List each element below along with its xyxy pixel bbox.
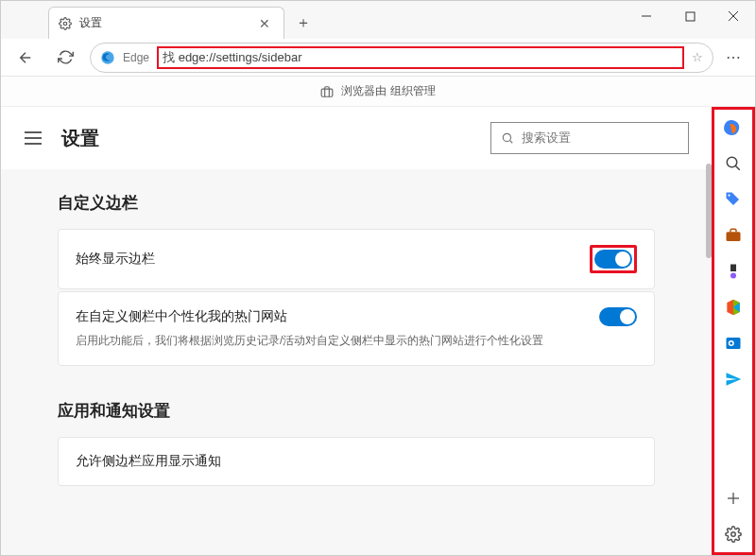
org-managed-text: 浏览器由 组织管理	[341, 83, 435, 99]
search-input[interactable]: 搜索设置	[490, 122, 689, 154]
search-icon	[501, 131, 514, 145]
add-sidebar-button[interactable]	[721, 486, 746, 511]
titlebar: 设置 ✕ ＋	[1, 1, 755, 39]
briefcase-sidebar-icon[interactable]	[721, 223, 746, 248]
close-tab-button[interactable]: ✕	[255, 14, 274, 33]
page-title: 设置	[61, 126, 99, 151]
section-title: 应用和通知设置	[58, 400, 655, 422]
browser-tab[interactable]: 设置 ✕	[48, 7, 284, 39]
window-controls	[625, 1, 755, 31]
svg-point-0	[63, 22, 67, 26]
edge-logo-icon	[100, 50, 115, 65]
gear-icon	[59, 17, 72, 30]
search-placeholder: 搜索设置	[522, 130, 571, 147]
toggle-always-show[interactable]	[594, 250, 632, 269]
briefcase-icon	[320, 85, 334, 98]
close-window-button[interactable]	[712, 1, 755, 31]
svg-rect-2	[686, 12, 695, 21]
menu-button[interactable]	[24, 130, 46, 146]
card-personalize: 在自定义侧栏中个性化我的热门网站 启用此功能后，我们将根据浏览历史记录/活动对自…	[58, 291, 655, 366]
tag-icon[interactable]	[721, 187, 746, 212]
svg-point-17	[730, 273, 736, 279]
svg-point-23	[731, 532, 736, 537]
url-text: 找 edge://settings/sidebar	[157, 46, 684, 69]
org-managed-bar: 浏览器由 组织管理	[1, 77, 755, 107]
svg-line-13	[735, 165, 740, 170]
svg-rect-16	[730, 265, 736, 272]
scrollbar[interactable]	[706, 164, 712, 258]
section-app-notifications: 应用和通知设置 允许侧边栏应用显示通知	[1, 377, 712, 497]
refresh-button[interactable]	[50, 43, 80, 73]
section-customize-sidebar: 自定义边栏 始终显示边栏 在自定义侧栏中个性化我的热门网站 启用此功能后，我们将…	[1, 169, 712, 377]
edge-label: Edge	[123, 51, 149, 64]
highlight-annotation	[590, 245, 637, 273]
favorite-icon[interactable]: ☆	[692, 50, 703, 64]
content-area: 设置 搜索设置 自定义边栏 始终显示边栏 在自定义侧栏中个性化我的热门网站	[1, 107, 755, 555]
svg-line-11	[510, 141, 513, 144]
m365-icon[interactable]	[721, 295, 746, 320]
settings-header: 设置 搜索设置	[1, 107, 712, 169]
back-button[interactable]	[10, 43, 41, 73]
edge-sidebar	[712, 107, 755, 555]
svg-point-20	[730, 342, 732, 345]
maximize-button[interactable]	[668, 1, 712, 31]
toolbar: Edge 找 edge://settings/sidebar ☆ ⋯	[1, 39, 755, 77]
copilot-icon[interactable]	[721, 115, 746, 140]
toggle-personalize[interactable]	[599, 307, 637, 326]
row-description: 启用此功能后，我们将根据浏览历史记录/活动对自定义侧栏中显示的热门网站进行个性化…	[76, 332, 637, 350]
minimize-button[interactable]	[625, 1, 668, 31]
tab-title: 设置	[79, 15, 102, 31]
address-bar[interactable]: Edge 找 edge://settings/sidebar ☆	[90, 43, 713, 73]
svg-rect-6	[321, 89, 333, 96]
new-tab-button[interactable]: ＋	[290, 9, 317, 36]
more-button[interactable]: ⋯	[723, 48, 746, 66]
outlook-icon[interactable]	[721, 331, 746, 356]
row-label: 始终显示边栏	[76, 251, 155, 268]
send-icon[interactable]	[721, 367, 746, 391]
settings-main: 设置 搜索设置 自定义边栏 始终显示边栏 在自定义侧栏中个性化我的热门网站	[1, 107, 712, 555]
svg-rect-15	[727, 232, 741, 241]
svg-point-10	[503, 133, 510, 141]
svg-point-14	[728, 194, 730, 196]
row-label: 允许侧边栏应用显示通知	[76, 453, 221, 470]
section-title: 自定义边栏	[58, 192, 655, 214]
search-sidebar-icon[interactable]	[721, 151, 746, 176]
row-label: 在自定义侧栏中个性化我的热门网站	[76, 308, 287, 325]
svg-point-12	[727, 157, 737, 167]
card-always-show: 始终显示边栏	[58, 229, 655, 289]
sidebar-settings-icon[interactable]	[721, 522, 746, 547]
games-icon[interactable]	[721, 259, 746, 284]
card-notifications: 允许侧边栏应用显示通知	[58, 437, 655, 486]
